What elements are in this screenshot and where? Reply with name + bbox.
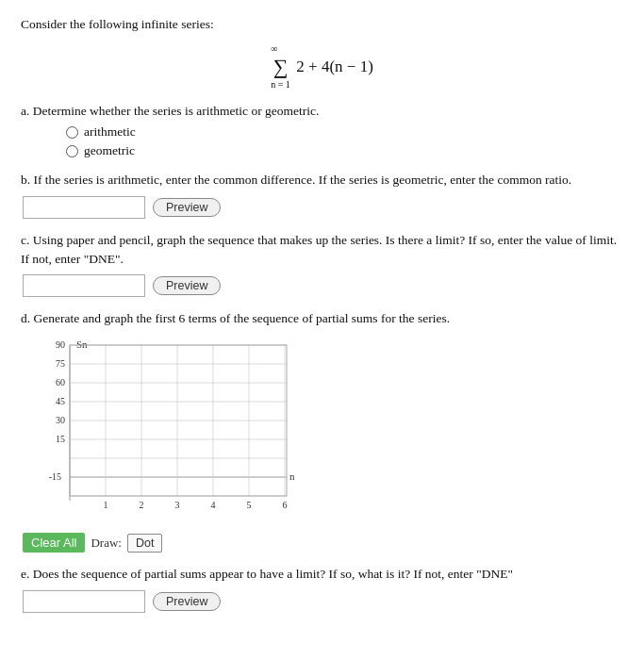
- y-tick-30: 30: [56, 415, 65, 425]
- partial-sums-graph[interactable]: 90 75 60 45 30 15 -15 Sn 1 2 3 4 5 6 n: [23, 336, 296, 524]
- section-d: d. Generate and graph the first 6 terms …: [21, 309, 623, 553]
- label-e: e.: [21, 567, 29, 581]
- x-tick-3: 3: [175, 500, 180, 510]
- graph-container[interactable]: 90 75 60 45 30 15 -15 Sn 1 2 3 4 5 6 n: [23, 336, 296, 524]
- section-c-text: c. Using paper and pencil, graph the seq…: [21, 231, 623, 270]
- label-b: b.: [21, 173, 30, 187]
- radio-circle-geometric[interactable]: [66, 145, 78, 157]
- section-b-input[interactable]: [23, 196, 145, 219]
- x-tick-6: 6: [283, 500, 288, 510]
- y-tick-75: 75: [56, 358, 65, 369]
- y-tick-45: 45: [56, 396, 65, 406]
- section-c-body: Using paper and pencil, graph the sequen…: [21, 233, 617, 266]
- x-tick-1: 1: [104, 500, 108, 510]
- y-axis-label: Sn: [76, 338, 88, 350]
- section-c-preview-btn[interactable]: Preview: [153, 276, 221, 295]
- graph-controls: Clear All Draw: Dot: [23, 533, 623, 553]
- section-b-body: If the series is arithmetic, enter the c…: [34, 173, 572, 187]
- clear-all-button[interactable]: Clear All: [23, 533, 85, 553]
- section-c-input[interactable]: [23, 274, 145, 297]
- section-b-text: b. If the series is arithmetic, enter th…: [21, 171, 623, 190]
- radio-circle-arithmetic[interactable]: [66, 126, 78, 139]
- x-tick-2: 2: [140, 500, 144, 510]
- section-b-preview-btn[interactable]: Preview: [153, 198, 221, 217]
- label-c: c.: [21, 233, 29, 247]
- section-d-body: Generate and graph the first 6 terms of …: [34, 311, 451, 325]
- section-a-label: a. Determine whether the series is arith…: [21, 104, 623, 119]
- dot-button[interactable]: Dot: [127, 534, 162, 553]
- section-d-text: d. Generate and graph the first 6 terms …: [21, 309, 623, 328]
- section-b: b. If the series is arithmetic, enter th…: [21, 171, 623, 218]
- radio-geometric[interactable]: geometric: [66, 143, 623, 158]
- section-e: e. Does the sequence of partial sums app…: [21, 565, 623, 612]
- section-b-input-row: Preview: [23, 196, 623, 219]
- section-e-input[interactable]: [23, 590, 145, 613]
- section-e-input-row: Preview: [23, 590, 623, 613]
- radio-label-arithmetic: arithmetic: [84, 124, 136, 140]
- formula-expression: 2 + 4(n − 1): [296, 58, 373, 75]
- label-d: d.: [21, 311, 30, 325]
- section-e-body: Does the sequence of partial sums appear…: [33, 567, 513, 581]
- x-tick-4: 4: [211, 500, 216, 510]
- draw-label: Draw:: [91, 536, 122, 551]
- formula-block: ∞ ∑ n = 1 2 + 4(n − 1): [21, 43, 623, 91]
- section-c-input-row: Preview: [23, 274, 623, 297]
- y-tick-90: 90: [56, 339, 65, 350]
- radio-group-a: arithmetic geometric: [66, 124, 623, 158]
- section-a-text: Determine whether the series is arithmet…: [33, 104, 320, 118]
- section-e-preview-btn[interactable]: Preview: [153, 592, 221, 611]
- radio-label-geometric: geometric: [84, 143, 135, 158]
- intro-text: Consider the following infinite series:: [21, 17, 623, 32]
- y-tick-60: 60: [56, 377, 65, 388]
- sigma-limits: ∞ ∑ n = 1: [271, 43, 290, 91]
- section-e-text: e. Does the sequence of partial sums app…: [21, 565, 623, 584]
- x-tick-5: 5: [247, 500, 252, 510]
- label-a: a.: [21, 104, 29, 118]
- section-a: a. Determine whether the series is arith…: [21, 104, 623, 158]
- radio-arithmetic[interactable]: arithmetic: [66, 124, 623, 140]
- x-axis-label: n: [289, 470, 295, 482]
- section-c: c. Using paper and pencil, graph the seq…: [21, 231, 623, 298]
- y-tick-15: 15: [56, 434, 65, 444]
- y-tick-neg15: -15: [49, 471, 61, 482]
